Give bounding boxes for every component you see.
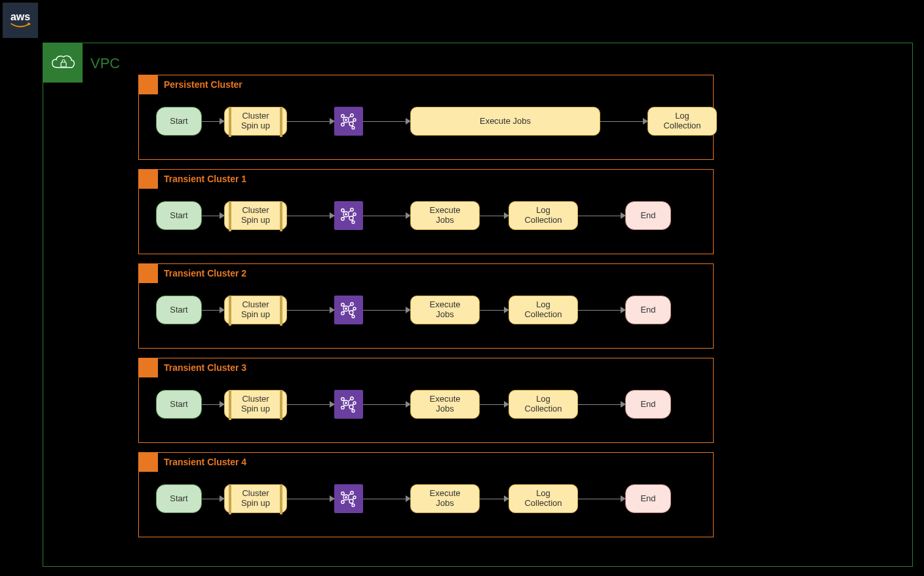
execute-jobs-node: ExecuteJobs <box>410 296 480 324</box>
svg-point-55 <box>351 397 353 400</box>
spinup-bar-left <box>229 201 231 231</box>
spinup-text: Cluster <box>242 111 269 121</box>
log-collection-node: LogCollection <box>509 201 578 230</box>
execute-jobs-node-text: Jobs <box>436 216 453 225</box>
arrow-line <box>363 121 410 122</box>
execute-jobs-node: ExecuteJobs <box>410 484 480 513</box>
svg-point-39 <box>341 312 344 315</box>
log-collection-node-text: Log <box>536 206 550 216</box>
svg-point-53 <box>341 398 344 400</box>
arrow-line <box>287 121 334 122</box>
svg-point-28 <box>352 221 355 223</box>
arrow-head <box>330 495 335 502</box>
flow-arrow <box>287 216 334 216</box>
svg-point-57 <box>353 402 356 404</box>
arrow-head <box>330 307 335 313</box>
start-node: Start <box>156 201 202 230</box>
cluster-spinup-node: ClusterSpin up <box>224 201 287 230</box>
execute-jobs-node-text: Execute <box>430 394 461 404</box>
cluster-title: Transient Cluster 4 <box>164 457 246 467</box>
arrow-line <box>363 310 410 311</box>
log-collection-node-text: Collection <box>663 121 701 131</box>
svg-point-68 <box>341 492 344 495</box>
end-node-text: End <box>640 494 655 504</box>
log-collection-node-text: Log <box>536 489 550 499</box>
svg-point-71 <box>349 499 353 503</box>
start-node: Start <box>156 484 202 513</box>
spinup-bar-left <box>229 484 231 514</box>
cluster-box: Transient Cluster 3StartClusterSpin upEx… <box>138 358 714 443</box>
svg-point-26 <box>349 216 353 220</box>
flow-arrow <box>287 404 334 405</box>
svg-point-56 <box>349 405 353 409</box>
arrow-head <box>504 307 509 313</box>
spinup-text: Spin up <box>241 404 270 414</box>
arrow-line <box>363 499 410 499</box>
cluster-box: Transient Cluster 1StartClusterSpin upEx… <box>138 169 714 254</box>
end-node: End <box>625 390 671 419</box>
arrow-head <box>504 212 509 219</box>
end-node-text: End <box>640 400 655 410</box>
emr-service-icon <box>334 484 363 513</box>
spinup-text: Spin up <box>241 121 270 131</box>
vpc-icon-badge <box>43 43 83 83</box>
arrow-head <box>406 212 411 219</box>
arrow-line <box>363 404 410 405</box>
flow-arrow <box>480 499 509 499</box>
flow-arrow <box>202 310 224 311</box>
execute-jobs-node-text: Jobs <box>436 499 453 509</box>
flow-arrow <box>287 499 334 499</box>
cluster-tab <box>138 452 158 472</box>
spinup-text: Cluster <box>242 394 269 404</box>
emr-cluster-icon <box>339 394 358 414</box>
execute-jobs-node-text: Jobs <box>436 310 453 320</box>
log-collection-node-text: Collection <box>524 499 562 509</box>
svg-point-10 <box>351 114 353 117</box>
emr-service-icon <box>334 201 363 230</box>
flow-arrow <box>363 216 410 216</box>
arrow-head <box>504 401 509 408</box>
start-node: Start <box>156 390 202 419</box>
emr-service-icon <box>334 390 363 419</box>
arrow-head <box>406 118 411 125</box>
svg-point-11 <box>349 122 353 126</box>
cluster-box: Persistent ClusterStartClusterSpin upExe… <box>138 75 714 160</box>
cluster-spinup-node: ClusterSpin up <box>224 107 287 136</box>
flow-arrow <box>578 310 625 311</box>
svg-rect-0 <box>61 62 66 67</box>
flow-arrow <box>202 216 224 216</box>
log-collection-node: LogCollection <box>647 107 717 136</box>
flow-arrow <box>578 216 625 216</box>
flow-arrow <box>363 310 410 311</box>
execute-jobs-node-text: Jobs <box>436 404 453 414</box>
start-node-text: Start <box>170 211 187 221</box>
flow-arrow <box>578 404 625 405</box>
cluster-flow: StartClusterSpin upExecute JobsLogCollec… <box>156 107 717 136</box>
cluster-tab <box>138 358 158 377</box>
emr-cluster-icon <box>339 111 358 131</box>
execute-jobs-node: ExecuteJobs <box>410 201 480 230</box>
flow-arrow <box>480 310 509 311</box>
flow-arrow <box>202 404 224 405</box>
arrow-line <box>287 310 334 311</box>
arrow-head <box>406 401 411 408</box>
spinup-text: Spin up <box>241 499 270 509</box>
spinup-bar-left <box>229 296 231 326</box>
cluster-tab <box>138 263 158 283</box>
log-collection-node-text: Log <box>536 300 550 310</box>
start-node: Start <box>156 107 202 136</box>
emr-service-icon <box>334 107 363 136</box>
arrow-line <box>578 404 625 405</box>
svg-point-27 <box>353 213 356 216</box>
cluster-title: Transient Cluster 2 <box>164 268 246 278</box>
spinup-bar-right <box>280 201 282 231</box>
spinup-bar-right <box>280 296 282 326</box>
spinup-text: Spin up <box>241 310 270 320</box>
log-collection-node: LogCollection <box>509 484 578 513</box>
flow-arrow <box>202 499 224 499</box>
end-node-text: End <box>640 305 655 315</box>
aws-logo-badge: aws <box>3 3 38 38</box>
aws-smile-icon <box>10 22 31 29</box>
end-node: End <box>625 201 671 230</box>
cluster-title: Persistent Cluster <box>164 79 242 90</box>
